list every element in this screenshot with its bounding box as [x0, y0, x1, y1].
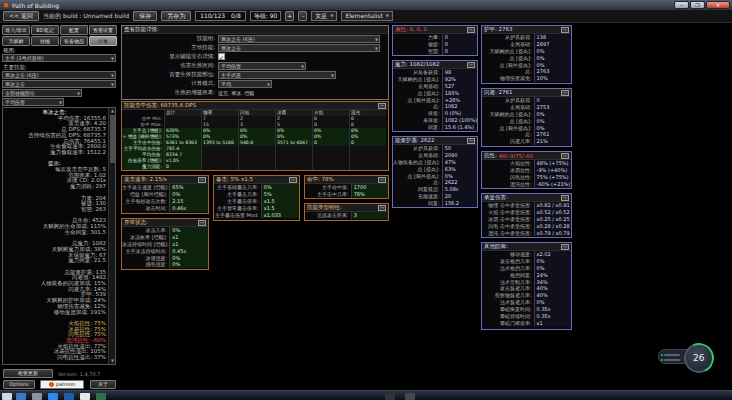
scrollbar-thumb[interactable]: [110, 115, 115, 163]
scroll-down-icon[interactable]: ▼: [109, 358, 116, 364]
collapse-icon[interactable]: —: [467, 138, 475, 144]
taskbar-icon[interactable]: [80, 393, 90, 400]
stat-row: 冰冻几率: 0%: [122, 227, 208, 234]
field-label: 计算模式:: [122, 80, 218, 87]
field-label: 伤害生效区间:: [122, 62, 218, 69]
collapse-icon[interactable]: —: [198, 220, 206, 226]
stat-row: 主手暴击倍率: x1.5: [214, 198, 299, 205]
minimize-icon[interactable]: –: [674, 1, 689, 9]
skill-part-select[interactable]: 主手武器▼: [218, 71, 336, 79]
taskbar-icon[interactable]: [32, 393, 42, 400]
taskbar-icon[interactable]: [16, 393, 26, 400]
stat-row: 法术压制几率: 34%: [482, 279, 571, 286]
active-buffs-value: 诅咒, 寒冰, 增幅: [218, 90, 254, 96]
passive-points-display: 110/123 0/8: [195, 11, 246, 21]
chevron-down-icon: ▼: [267, 82, 270, 88]
panel-title: 查看技能详情:: [124, 26, 159, 33]
level-minus-button[interactable]: -: [298, 11, 307, 21]
stats-list: 寒冰之击:平均伤害: 16355.6攻击速率: 4.20总 DPS: 68735…: [3, 110, 106, 361]
taskbar-icon[interactable]: [48, 393, 58, 400]
collapse-icon[interactable]: —: [467, 27, 475, 33]
stat-row: 晕眩恢复时间: 0.35s: [482, 306, 571, 313]
active-skill-select[interactable]: 寒冰之击 ▼: [2, 80, 116, 88]
os-taskbar[interactable]: [0, 390, 732, 400]
about-button[interactable]: 关于: [90, 380, 116, 389]
ailments-panel: 异常状态: — 冰冻几率: 0% 冰冻效果 [增幅]: x1 冰冻持续时间 [增…: [121, 218, 209, 270]
stat-row: 攻击格挡几率: 0%: [482, 258, 571, 265]
stats-scrollbar[interactable]: ▲ ▼: [108, 108, 115, 364]
show-support-gems-checkbox[interactable]: ✓: [218, 53, 225, 60]
collapse-icon[interactable]: —: [561, 153, 569, 159]
collapse-icon[interactable]: —: [561, 244, 569, 250]
collapse-icon[interactable]: —: [378, 177, 386, 183]
panel-title: 其他防御:: [484, 243, 508, 250]
collapse-icon[interactable]: —: [561, 195, 569, 201]
stat-row: 晕眩门槛倍率: x1: [482, 320, 571, 327]
stat-row: 回复: 15.6 (1.4%): [393, 124, 477, 131]
patreon-button[interactable]: patreon: [40, 380, 84, 389]
window-controls: – ❐ ✕: [674, 1, 730, 9]
stat-row: 总 [提高]: 63%: [393, 166, 477, 173]
taskbar-icon[interactable]: [385, 393, 395, 400]
sidebar-tab[interactable]: 技能: [31, 36, 59, 46]
stat-row: 天赋树的总 [提高]: 0%: [482, 48, 571, 55]
title-bar: Path of Building: [0, 0, 732, 10]
socket-group-select[interactable]: 寒冰之击 (6连)▼: [218, 35, 380, 43]
stat-row: 总: 2622: [393, 179, 477, 186]
collapse-icon[interactable]: —: [561, 90, 569, 96]
level-plus-button[interactable]: +: [285, 11, 294, 21]
stat-row: 闪避几率: 21%: [482, 138, 571, 145]
stat-row: 总 [额外提高]: +28%: [393, 97, 477, 104]
skill-group-select[interactable]: 寒冰之击 (6连) ▼: [2, 71, 116, 79]
level-display[interactable]: 等级: 90: [250, 11, 282, 21]
panel-title: 暴击: 5% x1.5: [216, 176, 253, 183]
sidebar-tab[interactable]: 天赋树: [2, 36, 30, 46]
field-label: 技能组:: [122, 35, 218, 42]
sidebar-tab[interactable]: 查看设置: [89, 25, 117, 35]
check-update-button[interactable]: 检查更新: [3, 369, 53, 378]
taskbar-icon[interactable]: [2, 393, 12, 400]
close-icon[interactable]: ✕: [706, 1, 730, 9]
app-icon: [3, 2, 9, 8]
collapse-icon[interactable]: —: [198, 177, 206, 183]
field-label: 首要生效技能部位:: [122, 71, 218, 78]
save-button[interactable]: 保存: [133, 11, 157, 21]
stat-row: 冰霜抗性: -9% (+40%): [482, 167, 571, 174]
back-button[interactable]: << 返回: [3, 11, 39, 21]
maximize-icon[interactable]: ❐: [690, 1, 705, 9]
collapse-icon[interactable]: —: [289, 177, 297, 183]
panel-title: 抗性:: [484, 152, 497, 159]
sidebar-tab[interactable]: 装备物品: [60, 36, 88, 46]
scroll-up-icon[interactable]: ▲: [109, 108, 116, 114]
sidebar-tab[interactable]: 导入/导出: [2, 25, 30, 35]
view-select[interactable]: 主手 (1号武器组) ▼: [2, 54, 116, 62]
security-ball-widget[interactable]: 26: [680, 339, 718, 377]
stat-row: 主手异常暴击倍率: x1.5: [214, 205, 299, 212]
field-label: 主动技能:: [122, 44, 218, 51]
taskbar-icon[interactable]: [96, 393, 106, 400]
sidebar-tab[interactable]: BD笔记: [31, 25, 59, 35]
class-select[interactable]: 女巫 ▼: [311, 11, 337, 21]
chevron-down-icon: ▼: [331, 73, 334, 79]
calc-mode-select[interactable]: 平均▼: [218, 80, 272, 88]
skill-part-select[interactable]: 全部技能部位 ▼: [2, 89, 82, 97]
save-as-button[interactable]: 另存为: [161, 11, 191, 21]
stat-row: 力量: 0: [393, 34, 477, 41]
damage-window-select[interactable]: 平均伤害▼: [218, 62, 306, 70]
collapse-icon[interactable]: —: [378, 205, 386, 211]
stat-row: 感电强度: 0%: [122, 261, 208, 268]
collapse-icon[interactable]: —: [467, 62, 475, 68]
skill-details-panel: 查看技能详情: 技能组: 寒冰之击 (6连)▼ 主动技能: 寒冰之击▼ 显示辅助…: [121, 25, 389, 100]
collapse-icon[interactable]: —: [561, 27, 569, 33]
sidebar-tab[interactable]: 配置: [60, 25, 88, 35]
resists-summary: 48/-9/75/-60: [499, 153, 533, 159]
active-skill-select[interactable]: 寒冰之击▼: [218, 44, 380, 52]
ascendancy-select[interactable]: Elementalist ▼: [341, 11, 392, 21]
taskbar-icon[interactable]: [405, 393, 415, 400]
calc-mode-select[interactable]: 平均伤害 ▼: [2, 98, 64, 106]
sidebar-tab[interactable]: 计算: [89, 36, 117, 46]
collapse-icon[interactable]: —: [378, 103, 386, 109]
options-button[interactable]: Options: [3, 380, 35, 389]
stat-row: 近战攻击距离: 3: [305, 212, 388, 219]
taskbar-icon[interactable]: [64, 393, 74, 400]
